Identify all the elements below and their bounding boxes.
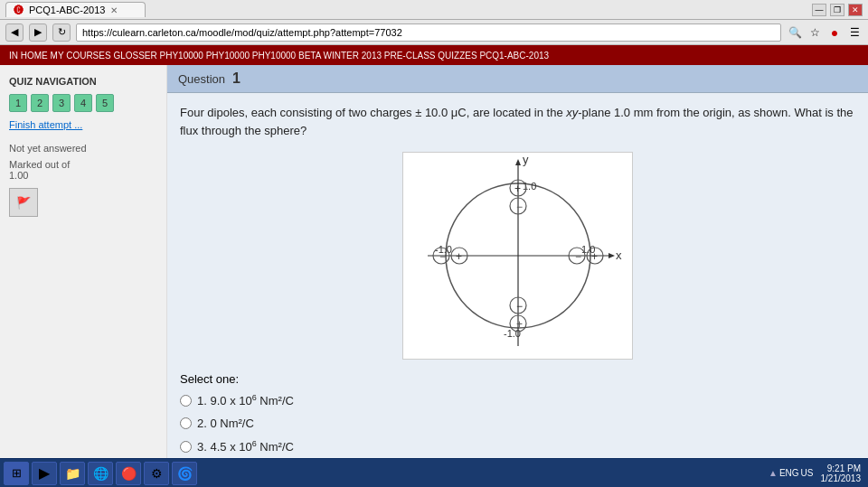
svg-text:+: + [591,250,598,263]
tray-icon-1: ▲ [769,468,778,478]
taskbar-btn-1[interactable]: ▶ [32,462,57,485]
nav-num-3[interactable]: 3 [52,94,71,112]
svg-text:−: − [516,300,523,313]
taskbar-btn-5[interactable]: ⚙ [144,462,169,485]
address-bar[interactable]: https://culearn.carleton.ca/moodle/mod/q… [76,23,781,42]
choice-2: 2. 0 Nm²/C [180,417,855,430]
finish-attempt-link[interactable]: Finish attempt ... [9,119,157,130]
question-number: 1 [232,70,241,87]
marked-value: 1.00 [9,170,157,181]
minimize-btn[interactable]: — [812,4,826,16]
breadcrumb: IN HOME MY COURSES GLOSSER PHY10000 PHY1… [9,51,549,61]
close-btn[interactable]: ✕ [848,4,863,16]
flag-container: 🚩 [9,188,157,217]
url-text: https://culearn.carleton.ca/moodle/mod/q… [82,27,402,38]
svg-text:+: + [516,318,523,331]
svg-text:y: y [523,156,529,166]
svg-marker-2 [609,253,615,258]
question-label: Question [178,72,225,86]
sidebar-title: QUIZ NAVIGATION [9,76,157,87]
answer-choices: 1. 9.0 x 106 Nm²/C 2. 0 Nm²/C 3. 4.5 x 1… [180,393,855,458]
browser-toolbar: ◀ ▶ ↻ https://culearn.carleton.ca/moodle… [0,20,868,45]
diagram-container: x y 1.0 -1.0 1.0 -1.0 + − [402,152,633,360]
svg-text:−: − [516,201,523,213]
taskbar-right: ▲ ENG US 9:21 PM 1/21/2013 [769,462,864,485]
search-icon[interactable]: 🔍 [787,24,803,41]
nav-num-2[interactable]: 2 [31,94,49,112]
question-body: Four dipoles, each consisting of two cha… [167,93,868,458]
question-text: Four dipoles, each consisting of two cha… [180,104,855,139]
settings-icon[interactable]: ☰ [846,24,863,41]
toolbar-actions: 🔍 ☆ ● ☰ [787,24,863,41]
flag-btn[interactable]: 🚩 [9,188,38,217]
svg-marker-4 [515,159,521,165]
nav-num-5[interactable]: 5 [96,94,114,112]
back-btn[interactable]: ◀ [5,23,24,42]
menu-icon[interactable]: ● [826,24,843,41]
nav-num-1[interactable]: 1 [9,94,27,112]
browser-frame: 🅒 PCQ1-ABC-2013 ✕ — ❐ ✕ ◀ ▶ ↻ https://cu… [0,0,868,487]
nav-num-4[interactable]: 4 [74,94,92,112]
breadcrumb-bar: IN HOME MY COURSES GLOSSER PHY10000 PHY1… [0,45,868,65]
svg-text:+: + [456,250,462,263]
radio-c2[interactable] [180,417,192,429]
svg-text:−: − [575,250,581,263]
tab-close-btn[interactable]: ✕ [110,5,118,15]
radio-c3[interactable] [180,441,192,453]
taskbar-btn-6[interactable]: 🌀 [172,462,197,485]
choice-3-label: 3. 4.5 x 106 Nm²/C [197,439,294,454]
sys-tray: ▲ ENG US [769,468,813,478]
refresh-btn[interactable]: ↻ [52,23,71,42]
diagram-svg: x y 1.0 -1.0 1.0 -1.0 + − [410,156,627,355]
country-label: US [801,468,814,478]
question-header: Question 1 [167,65,868,93]
clock-time: 9:21 PM [821,464,862,473]
quiz-sidebar: QUIZ NAVIGATION 1 2 3 4 5 Finish attempt… [0,65,167,458]
lang-label: ENG [779,468,799,478]
tab-title: PCQ1-ABC-2013 [29,5,105,15]
taskbar-clock: 9:21 PM 1/21/2013 [817,462,865,485]
star-icon[interactable]: ☆ [807,24,823,41]
browser-tab[interactable]: 🅒 PCQ1-ABC-2013 ✕ [5,2,146,17]
quiz-nav-numbers: 1 2 3 4 5 [9,94,157,112]
svg-text:x: x [616,248,622,262]
forward-btn[interactable]: ▶ [29,23,47,42]
choice-3: 3. 4.5 x 106 Nm²/C [180,439,855,454]
charges-word: charges [370,106,411,119]
svg-text:−: − [439,250,446,263]
select-one-label: Select one: [180,372,855,386]
title-bar: 🅒 PCQ1-ABC-2013 ✕ — ❐ ✕ [0,0,868,20]
taskbar-btn-2[interactable]: 📁 [60,462,85,485]
choice-1: 1. 9.0 x 106 Nm²/C [180,393,855,407]
svg-text:+: + [514,183,521,195]
taskbar-btn-3[interactable]: 🌐 [88,462,113,485]
page-content: QUIZ NAVIGATION 1 2 3 4 5 Finish attempt… [0,65,868,458]
restore-btn[interactable]: ❐ [830,4,844,16]
main-content: Question 1 Four dipoles, each consisting… [167,65,868,458]
not-answered-label: Not yet answered [9,143,157,154]
taskbar-btn-4[interactable]: 🔴 [116,462,141,485]
window-controls: — ❐ ✕ [812,4,863,16]
tab-icon: 🅒 [14,5,24,15]
choice-2-label: 2. 0 Nm²/C [197,417,254,430]
start-btn[interactable]: ⊞ [4,462,29,485]
radio-c1[interactable] [180,395,192,407]
marked-out-of-label: Marked out of [9,159,157,170]
clock-date: 1/21/2013 [821,473,862,483]
taskbar: ⊞ ▶ 📁 🌐 🔴 ⚙ 🌀 ▲ ENG US 9:21 PM 1/21/2013 [0,458,868,487]
choice-1-label: 1. 9.0 x 106 Nm²/C [197,393,294,407]
